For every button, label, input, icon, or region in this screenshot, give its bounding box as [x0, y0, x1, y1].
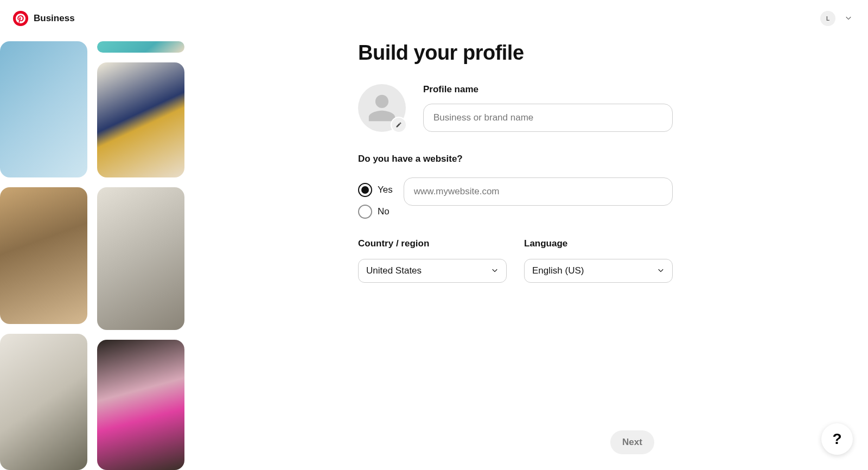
edit-avatar-button[interactable]: [391, 117, 407, 133]
radio-circle-checked: [358, 183, 372, 197]
language-block: Language English (US): [524, 238, 673, 283]
country-block: Country / region United States: [358, 238, 507, 283]
profile-form: Build your profile Profile name Do you h…: [358, 41, 673, 283]
gallery-image: [0, 41, 87, 177]
header: Business L: [0, 0, 868, 37]
radio-circle-unchecked: [358, 205, 372, 219]
help-button[interactable]: ?: [821, 423, 853, 455]
gallery-image: [97, 41, 184, 53]
chevron-down-icon: [491, 267, 499, 275]
question-mark-icon: ?: [832, 430, 841, 448]
radio-yes[interactable]: Yes: [358, 183, 393, 197]
avatar-initial: L: [826, 16, 829, 22]
gallery-image: [97, 340, 184, 470]
profile-name-block: Profile name: [423, 84, 673, 132]
profile-name-input[interactable]: [423, 104, 673, 132]
gallery-image: [97, 187, 184, 330]
chevron-down-icon: [845, 15, 852, 22]
page-title: Build your profile: [358, 41, 673, 65]
chevron-down-icon: [657, 267, 665, 275]
profile-name-row: Profile name: [358, 84, 673, 132]
account-menu-button[interactable]: [842, 12, 855, 25]
pinterest-logo-icon[interactable]: [13, 11, 28, 26]
country-value: United States: [366, 265, 422, 276]
language-select[interactable]: English (US): [524, 259, 673, 283]
website-question-label: Do you have a website?: [358, 154, 673, 164]
selects-row: Country / region United States Language …: [358, 238, 673, 283]
next-button[interactable]: Next: [610, 430, 654, 454]
gallery-column: [97, 41, 184, 470]
language-label: Language: [524, 238, 673, 249]
country-label: Country / region: [358, 238, 507, 249]
gallery-image: [97, 62, 184, 177]
website-radio-group: Yes No: [358, 177, 393, 219]
radio-no[interactable]: No: [358, 205, 393, 219]
country-select[interactable]: United States: [358, 259, 507, 283]
gallery-column: [0, 41, 87, 470]
language-value: English (US): [532, 265, 584, 276]
footer: Next: [610, 430, 654, 454]
header-right: L: [820, 11, 855, 26]
user-avatar[interactable]: L: [820, 11, 835, 26]
header-left: Business: [13, 11, 75, 26]
image-gallery: [0, 41, 184, 470]
website-input-wrap: [404, 177, 673, 206]
website-row: Yes No: [358, 177, 673, 219]
business-label: Business: [34, 13, 75, 24]
pencil-icon: [395, 122, 402, 128]
radio-no-label: No: [378, 206, 390, 217]
profile-avatar-placeholder: [358, 84, 406, 132]
website-input[interactable]: [404, 177, 673, 206]
gallery-image: [0, 334, 87, 470]
profile-name-label: Profile name: [423, 84, 673, 95]
gallery-image: [0, 187, 87, 323]
radio-yes-label: Yes: [378, 185, 393, 195]
